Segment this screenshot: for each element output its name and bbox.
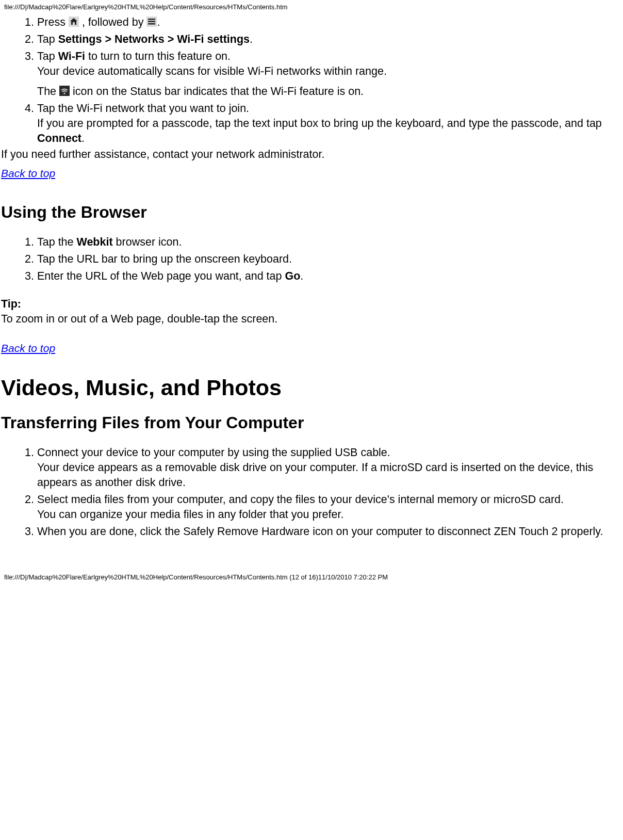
back-to-top-link[interactable]: Back to top <box>1 342 55 354</box>
header-path: file:///D|/Madcap%20Flare/Earlgrey%20HTM… <box>0 0 623 13</box>
text: Your device automatically scans for visi… <box>37 65 387 77</box>
bold-text: Go <box>285 270 300 282</box>
text: Enter the URL of the Web page you want, … <box>37 270 285 282</box>
media-step-3: When you are done, click the Safely Remo… <box>37 524 623 539</box>
text: Connect your device to your computer by … <box>37 446 390 459</box>
bold-text: Connect <box>37 132 81 144</box>
media-step-2: Select media files from your computer, a… <box>37 492 623 522</box>
back-to-top-link[interactable]: Back to top <box>1 167 55 179</box>
text: . <box>157 16 160 28</box>
wifi-status-icon <box>59 86 70 96</box>
menu-icon <box>146 17 157 27</box>
browser-steps-list: Tap the Webkit browser icon. Tap the URL… <box>0 235 623 284</box>
tip-text: To zoom in or out of a Web page, double-… <box>0 312 623 327</box>
browser-step-2: Tap the URL bar to bring up the onscreen… <box>37 252 623 267</box>
text: Press <box>37 16 69 28</box>
text: to turn to turn this feature on. <box>85 50 231 62</box>
media-heading: Videos, Music, and Photos <box>1 375 623 400</box>
footer-path: file:///D|/Madcap%20Flare/Earlgrey%20HTM… <box>0 568 623 584</box>
bold-text: Webkit <box>77 236 113 248</box>
wifi-assist-text: If you need further assistance, contact … <box>0 147 623 162</box>
svg-rect-2 <box>148 19 155 20</box>
tip-label: Tip: <box>1 298 21 310</box>
wifi-steps-list: Press , followed by . Tap Settings > Net… <box>0 15 623 146</box>
bold-text: Settings > Networks > Wi-Fi settings <box>58 33 250 45</box>
wifi-step-3: Tap Wi-Fi to turn to turn this feature o… <box>37 49 623 99</box>
text: Tap the Wi-Fi network that you want to j… <box>37 102 249 115</box>
bold-text: Wi-Fi <box>58 50 85 62</box>
svg-point-6 <box>63 93 65 94</box>
text: The <box>37 85 59 98</box>
svg-rect-3 <box>148 21 155 23</box>
wifi-step-1: Press , followed by . <box>37 15 623 30</box>
svg-rect-4 <box>148 23 155 25</box>
browser-heading: Using the Browser <box>1 203 623 222</box>
text: , followed by <box>79 16 146 28</box>
text: Tap the <box>37 236 77 248</box>
browser-step-3: Enter the URL of the Web page you want, … <box>37 269 623 284</box>
text: Your device appears as a removable disk … <box>37 461 593 489</box>
media-subheading: Transferring Files from Your Computer <box>1 413 623 432</box>
text: If you are prompted for a passcode, tap … <box>37 117 602 130</box>
text: browser icon. <box>113 236 182 248</box>
text: . <box>81 132 85 144</box>
text: icon on the Status bar indicates that th… <box>70 85 364 98</box>
text: . <box>250 33 253 45</box>
text: Tap <box>37 50 58 62</box>
wifi-step-4: Tap the Wi-Fi network that you want to j… <box>37 101 623 146</box>
text: Tap <box>37 33 58 45</box>
browser-step-1: Tap the Webkit browser icon. <box>37 235 623 250</box>
text: . <box>300 270 303 282</box>
wifi-step-2: Tap Settings > Networks > Wi-Fi settings… <box>37 32 623 47</box>
text: You can organize your media files in any… <box>37 508 343 521</box>
text: Select media files from your computer, a… <box>37 493 564 506</box>
home-icon <box>69 17 79 27</box>
media-steps-list: Connect your device to your computer by … <box>0 445 623 539</box>
media-step-1: Connect your device to your computer by … <box>37 445 623 490</box>
